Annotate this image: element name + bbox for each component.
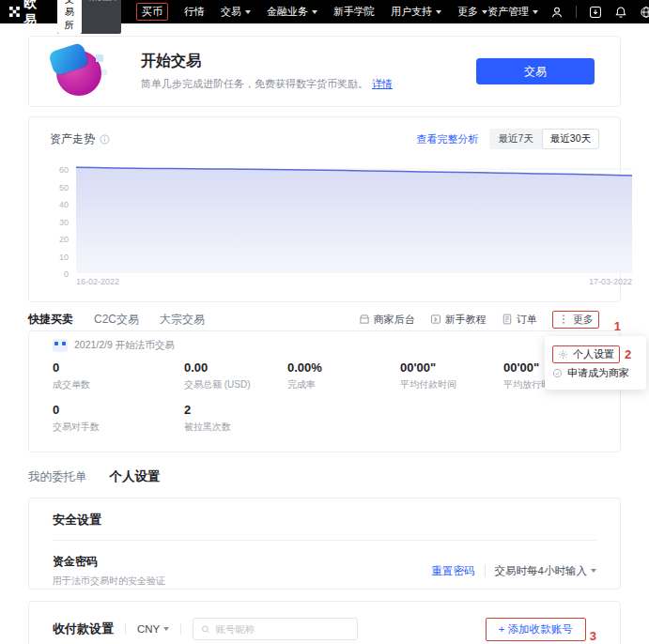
add-account-box: + 添加收款账号 (486, 618, 586, 641)
hero-title: 开始交易 (141, 52, 476, 71)
fund-password-title: 资金密码 (53, 554, 165, 570)
orders-button[interactable]: 订单 (502, 313, 537, 327)
chart-y-axis: 6050403020100 (50, 159, 70, 273)
stat-label: 成交单数 (53, 378, 184, 391)
asset-trend-chart-zone: 6050403020100 16-02-2022 17-03-2022 (50, 159, 599, 299)
stat-total-volume: 0.00 交易总额 (USD) (184, 360, 287, 391)
divider (485, 565, 486, 576)
chevron-down-icon (163, 627, 169, 631)
y-tick-label: 50 (59, 183, 69, 192)
stat-value: 00'00" (400, 360, 503, 375)
merchant-portal-button[interactable]: 商家后台 (359, 313, 415, 327)
stat-value: 0.00 (184, 360, 287, 375)
range-30d[interactable]: 最近30天 (542, 129, 599, 149)
more-label: 更多 (573, 313, 594, 327)
y-tick-label: 60 (59, 165, 69, 175)
fund-password-desc: 用于法币交易时的安全验证 (53, 575, 165, 588)
more-dots-icon (558, 314, 569, 325)
stat-label: 完成率 (287, 378, 400, 391)
chevron-down-icon (312, 10, 317, 14)
nav-item-academy-label: 新手学院 (333, 5, 375, 19)
toggle-metax[interactable]: MetaX (82, 0, 121, 34)
merchant-apply-icon (552, 368, 563, 378)
user-icon[interactable] (550, 6, 564, 19)
more-button[interactable]: 更多 (552, 311, 599, 329)
more-dropdown-menu: 个人设置 2 申请成为商家 (545, 336, 646, 390)
range-toggle: 最近7天 最近30天 (489, 129, 599, 149)
nav-item-more[interactable]: 更多 (457, 5, 487, 19)
gear-icon (558, 349, 568, 360)
tutorial-button[interactable]: 新手教程 (430, 313, 487, 327)
toggle-exchange[interactable]: 交易所 (57, 0, 82, 34)
nav-divider (576, 6, 577, 18)
reset-password-link[interactable]: 重置密码 (432, 564, 475, 578)
security-title: 安全设置 (53, 512, 596, 529)
tab-block-trade[interactable]: 大宗交易 (160, 312, 205, 328)
divider (125, 623, 126, 635)
add-payment-account-button[interactable]: + 添加收款账号 (491, 620, 580, 639)
annotation-2: 2 (625, 347, 631, 361)
merchant-portal-label: 商家后台 (374, 313, 415, 327)
stat-label: 被拉黑次数 (184, 421, 287, 434)
password-frequency-dropdown[interactable]: 交易时每4小时输入 (495, 564, 596, 578)
chevron-down-icon (533, 10, 538, 14)
asset-trend-title: 资产走势 (50, 131, 95, 147)
payment-title: 收付款设置 (53, 621, 114, 637)
become-merchant-label: 申请成为商家 (567, 366, 629, 380)
trade-button[interactable]: 交易 (476, 58, 595, 84)
range-7d[interactable]: 最近7天 (489, 129, 541, 149)
language-globe-icon[interactable] (640, 6, 649, 19)
x-label-end: 17-03-2022 (589, 277, 632, 286)
search-icon (201, 624, 210, 635)
stat-value: 0 (53, 360, 184, 375)
password-frequency-label: 交易时每4小时输入 (495, 564, 587, 578)
account-search-input[interactable] (215, 623, 349, 635)
storefront-icon (359, 314, 370, 325)
merchant-stats-card: 2021/2/9 开始法币交易 0 成交单数 0.00 交易总额 (USD) 0… (28, 330, 621, 452)
y-tick-label: 0 (64, 269, 69, 279)
stat-completion-rate: 0.00% 完成率 (287, 360, 400, 391)
nav-item-academy[interactable]: 新手学院 (333, 5, 375, 19)
nav-item-support-label: 用户支持 (391, 5, 432, 19)
menu-item-personal-settings[interactable]: 个人设置 (552, 345, 620, 363)
stat-blocked-times: 2 被拉黑次数 (184, 403, 287, 434)
trade-tabs-row: 快捷买卖 C2C交易 大宗交易 商家后台 新手教程 订单 更多 1 (28, 308, 621, 330)
tab-personal-settings[interactable]: 个人设置 (110, 468, 161, 485)
payment-settings-card: 收付款设置 CNY + 添加收款账号 3 (28, 601, 621, 644)
y-tick-label: 40 (59, 200, 69, 209)
asset-trend-card: 资产走势 查看完整分析 最近7天 最近30天 6050403020100 (28, 116, 621, 302)
tab-express-trade[interactable]: 快捷买卖 (28, 312, 73, 328)
merchant-avatar (53, 339, 68, 352)
y-tick-label: 20 (59, 235, 69, 244)
tutorial-icon (430, 314, 441, 325)
stat-label: 交易总额 (USD) (184, 378, 287, 391)
chevron-down-icon (482, 10, 487, 14)
nav-item-buy-crypto[interactable]: 买币 (136, 3, 168, 21)
tab-my-orders[interactable]: 我的委托单 (28, 469, 87, 485)
nav-item-buy-crypto-label: 买币 (142, 5, 162, 19)
top-nav: 欧易 交易所 MetaX 买币 行情 交易 金融业务 新手学院 用户支持 更多 … (0, 0, 649, 23)
merchant-stats-wrap: 2021/2/9 开始法币交易 0 成交单数 0.00 交易总额 (USD) 0… (28, 330, 621, 452)
nav-item-support[interactable]: 用户支持 (391, 5, 441, 19)
notification-bell-icon[interactable] (614, 6, 627, 19)
tutorial-label: 新手教程 (445, 313, 487, 327)
nav-assets-manage[interactable]: 资产管理 (487, 5, 538, 19)
nav-item-markets[interactable]: 行情 (184, 5, 205, 19)
currency-select[interactable]: CNY (137, 623, 169, 635)
chart-x-axis: 16-02-2022 17-03-2022 (76, 277, 632, 286)
details-link[interactable]: 详情 (372, 78, 393, 89)
menu-item-become-merchant[interactable]: 申请成为商家 (552, 366, 629, 380)
download-app-icon[interactable] (589, 6, 602, 19)
chart-area (76, 167, 632, 273)
nav-item-trade[interactable]: 交易 (221, 5, 251, 19)
stat-completed-orders: 0 成交单数 (53, 360, 184, 391)
full-analysis-link[interactable]: 查看完整分析 (416, 132, 478, 146)
nav-item-finance-label: 金融业务 (267, 5, 308, 19)
okx-logo[interactable]: 欧易 (9, 0, 44, 29)
chevron-down-icon (245, 10, 251, 14)
info-icon[interactable] (100, 134, 110, 145)
nav-item-finance[interactable]: 金融业务 (267, 5, 317, 19)
tab-c2c-trade[interactable]: C2C交易 (94, 312, 139, 328)
nav-item-markets-label: 行情 (184, 5, 205, 19)
chevron-down-icon (591, 569, 596, 573)
